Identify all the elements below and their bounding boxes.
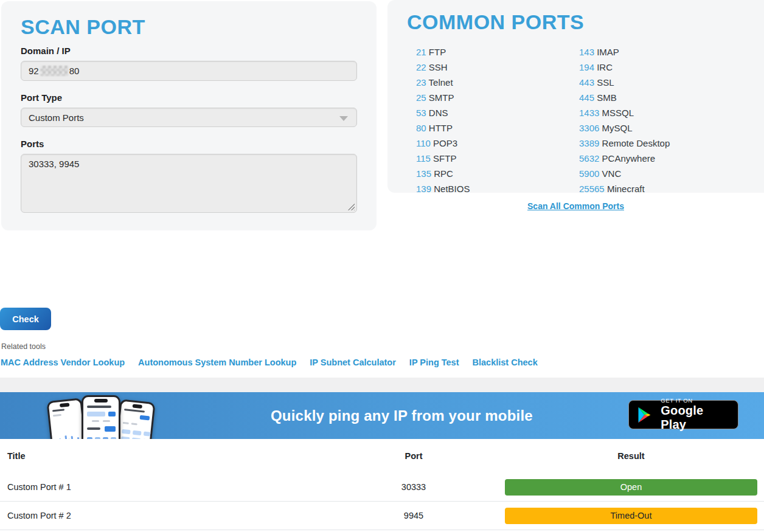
common-port-number: 21	[416, 47, 426, 57]
result-title-cell: Custom Port # 1	[0, 482, 371, 492]
related-tool-link[interactable]: MAC Address Vendor Lookup	[1, 358, 125, 367]
results-header-row: Title Port Result	[0, 439, 764, 473]
scan-port-card: SCAN PORT Domain / IP 9280 Port Type Cus…	[1, 1, 377, 230]
common-ports-title: COMMON PORTS	[407, 10, 752, 35]
port-type-select[interactable]: Custom Ports	[21, 108, 357, 127]
common-port-number: 445	[579, 92, 594, 103]
common-port-name: MSSQL	[602, 108, 634, 118]
common-port-number: 143	[579, 47, 594, 57]
common-port-item[interactable]: 21 FTP	[416, 44, 579, 60]
port-type-label: Port Type	[21, 92, 357, 103]
common-port-item[interactable]: 115 SFTP	[416, 151, 579, 166]
ports-label: Ports	[21, 139, 357, 149]
common-port-number: 5900	[579, 168, 599, 179]
common-port-name: SMB	[597, 92, 617, 103]
common-port-number: 139	[416, 184, 431, 194]
common-port-item[interactable]: 25 SMTP	[416, 90, 579, 105]
scan-all-common-ports-link[interactable]: Scan All Common Ports	[387, 201, 764, 211]
result-port-cell: 30333	[371, 482, 456, 492]
common-port-item[interactable]: 53 DNS	[416, 105, 579, 120]
common-port-name: SSH	[429, 62, 448, 72]
common-port-name: RPC	[434, 168, 453, 179]
results-header-port: Port	[371, 451, 456, 461]
common-port-item[interactable]: 443 SSL	[579, 75, 670, 90]
common-port-name: Telnet	[429, 77, 453, 88]
banner-headline: Quickly ping any IP from your mobile	[271, 392, 533, 439]
related-tool-link[interactable]: Blacklist Check	[473, 358, 538, 367]
common-port-item[interactable]: 3389 Remote Desktop	[579, 136, 670, 151]
google-play-badge[interactable]: GET IT ON Google Play	[628, 400, 738, 429]
common-port-item[interactable]: 143 IMAP	[579, 44, 670, 60]
common-port-number: 25565	[579, 184, 605, 194]
common-port-name: VNC	[602, 168, 622, 179]
common-port-number: 80	[416, 123, 426, 133]
related-tool-link[interactable]: Autonomous System Number Lookup	[138, 358, 296, 367]
ports-value: 30333, 9945	[29, 159, 79, 169]
common-port-number: 22	[416, 62, 426, 72]
common-port-item[interactable]: 1433 MSSQL	[579, 105, 670, 120]
results-header-title: Title	[0, 451, 371, 461]
google-play-icon	[636, 405, 654, 425]
common-port-name: MySQL	[602, 123, 633, 133]
resize-grip-icon[interactable]	[347, 203, 355, 210]
related-tool-link[interactable]: IP Subnet Calculator	[310, 358, 396, 367]
results-header-result: Result	[456, 451, 764, 461]
common-port-number: 135	[416, 168, 431, 179]
common-port-item[interactable]: 139 NetBIOS	[416, 181, 579, 196]
ports-textarea[interactable]: 30333, 9945	[21, 154, 357, 213]
common-port-name: HTTP	[429, 123, 453, 133]
common-ports-list: 21 FTP22 SSH23 Telnet25 SMTP53 DNS80 HTT…	[407, 44, 752, 196]
common-port-name: POP3	[433, 138, 457, 148]
common-port-number: 53	[416, 108, 426, 118]
google-play-label: Google Play	[661, 404, 731, 432]
domain-ip-input[interactable]: 9280	[21, 61, 357, 81]
common-port-item[interactable]: 3306 MySQL	[579, 120, 670, 136]
common-port-item[interactable]: 22 SSH	[416, 60, 579, 75]
phones-mockup-image	[50, 395, 156, 439]
table-row: Custom Port # 130333Open	[0, 473, 764, 502]
common-port-number: 3389	[579, 138, 599, 148]
common-port-name: IMAP	[597, 47, 619, 57]
redacted-ip-segment	[40, 66, 68, 76]
phone-mockup-center	[82, 395, 120, 439]
check-button[interactable]: Check	[0, 308, 51, 330]
common-port-item[interactable]: 135 RPC	[416, 166, 579, 181]
status-badge[interactable]: Open	[505, 479, 757, 496]
common-port-item[interactable]: 23 Telnet	[416, 75, 579, 90]
result-cell: Open	[456, 479, 764, 496]
table-row: Custom Port # 29945Timed-Out	[0, 502, 764, 530]
common-ports-card: COMMON PORTS 21 FTP22 SSH23 Telnet25 SMT…	[387, 0, 764, 193]
common-port-name: DNS	[429, 108, 448, 118]
related-tools-label: Related tools	[1, 342, 46, 351]
common-port-item[interactable]: 25565 Minecraft	[579, 181, 670, 196]
related-tool-link[interactable]: IP Ping Test	[409, 358, 459, 367]
common-port-number: 115	[416, 153, 431, 164]
scan-port-title: SCAN PORT	[21, 15, 357, 40]
common-port-item[interactable]: 110 POP3	[416, 136, 579, 151]
common-port-number: 5632	[579, 153, 599, 164]
domain-ip-value-suffix: 80	[69, 66, 80, 76]
common-port-number: 194	[579, 62, 594, 72]
section-divider	[0, 378, 764, 392]
related-tools-nav: MAC Address Vendor LookupAutonomous Syst…	[1, 358, 538, 367]
common-port-name: PCAnywhere	[602, 153, 656, 164]
common-port-number: 3306	[579, 123, 599, 133]
chevron-down-icon	[339, 116, 348, 121]
common-port-name: SFTP	[433, 153, 456, 164]
status-badge[interactable]: Timed-Out	[505, 508, 757, 524]
results-table: Title Port Result Custom Port # 130333Op…	[0, 439, 764, 530]
common-port-name: FTP	[429, 47, 446, 57]
common-port-item[interactable]: 194 IRC	[579, 60, 670, 75]
common-port-number: 1433	[579, 108, 599, 118]
google-play-get-it-on: GET IT ON	[661, 398, 731, 404]
result-port-cell: 9945	[371, 511, 456, 520]
common-port-item[interactable]: 5900 VNC	[579, 166, 670, 181]
result-title-cell: Custom Port # 2	[0, 511, 371, 520]
result-cell: Timed-Out	[456, 508, 764, 524]
common-port-item[interactable]: 80 HTTP	[416, 120, 579, 136]
common-port-name: SMTP	[429, 92, 454, 103]
common-port-number: 23	[416, 77, 426, 88]
common-port-item[interactable]: 445 SMB	[579, 90, 670, 105]
common-port-item[interactable]: 5632 PCAnywhere	[579, 151, 670, 166]
port-type-selected-value: Custom Ports	[29, 112, 84, 123]
